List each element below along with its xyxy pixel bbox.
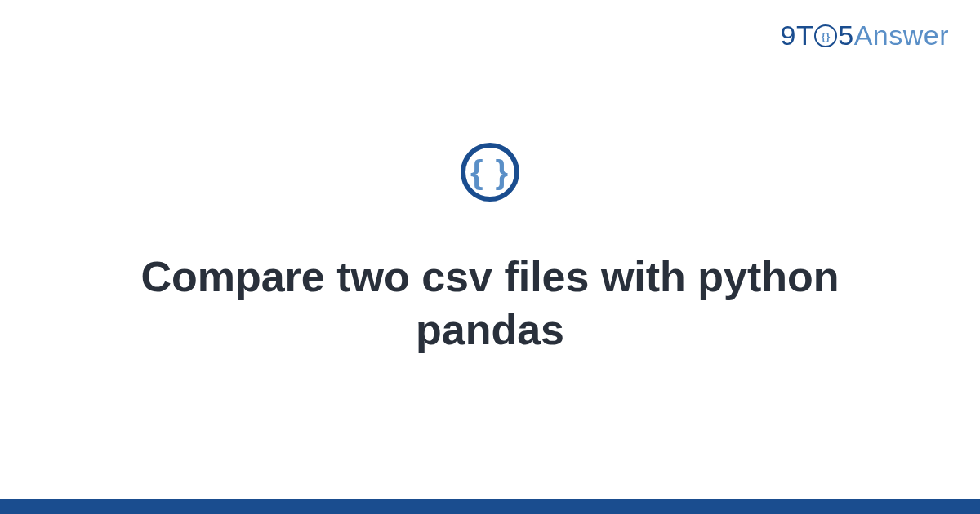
main-content: { } Compare two csv files with python pa…: [0, 0, 980, 499]
code-braces-circle-icon: { }: [461, 143, 519, 202]
footer-accent-bar: [0, 499, 980, 514]
page-title: Compare two csv files with python pandas: [61, 250, 919, 357]
braces-glyph-icon: { }: [470, 156, 510, 188]
